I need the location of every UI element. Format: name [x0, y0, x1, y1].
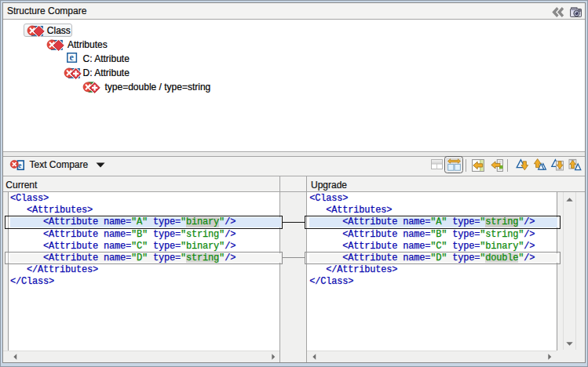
svg-text:e: e — [18, 161, 22, 169]
svg-text:e: e — [69, 52, 74, 63]
